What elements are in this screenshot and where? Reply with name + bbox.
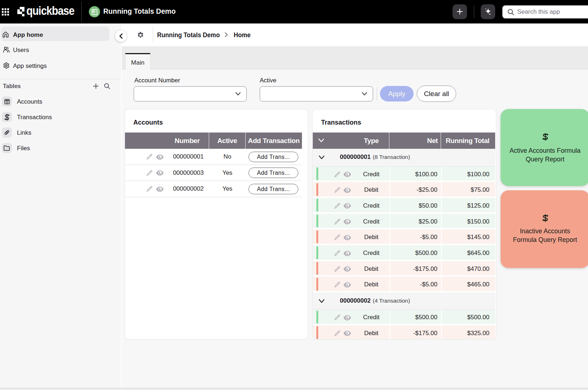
svg-text:$: $ xyxy=(93,10,94,13)
